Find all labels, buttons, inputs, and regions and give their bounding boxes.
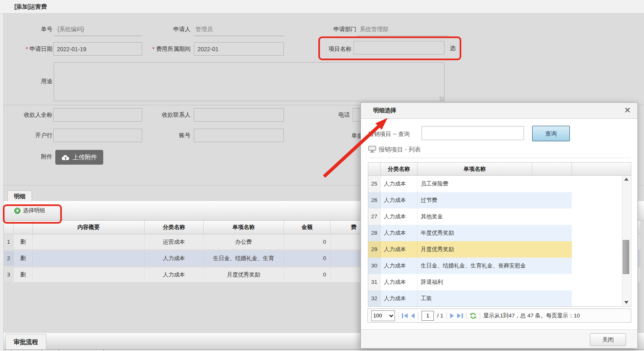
account-input[interactable] xyxy=(194,129,284,142)
grid-row[interactable]: 26 人力成本 过节费 xyxy=(368,192,572,208)
grid-row[interactable]: 28 人力成本 年度优秀奖励 xyxy=(368,225,572,241)
close-icon[interactable]: ✕ xyxy=(624,106,631,115)
required-mark: * xyxy=(152,46,154,52)
upload-attachment-label: 上传附件 xyxy=(73,154,97,161)
grid-col-rownum xyxy=(368,163,381,175)
delete-link[interactable]: 删 xyxy=(14,267,33,282)
grid-row[interactable]: 31 人力成本 辞退福利 xyxy=(368,274,572,290)
expense-period-input[interactable] xyxy=(194,42,284,56)
cell-item: 过节费 xyxy=(417,192,572,208)
cell-category: 人力成本 xyxy=(381,290,417,307)
payee-name-input[interactable] xyxy=(53,108,142,122)
cell-category: 人力成本 xyxy=(381,258,417,274)
scroll-down-icon[interactable] xyxy=(622,299,630,306)
cell-item: 办公费 xyxy=(204,235,284,249)
grid-col-extra xyxy=(532,163,572,175)
col-delete xyxy=(14,221,33,234)
pagination-bar: 100 / 1 显示从1到47，总 47 条。每页显示：10 xyxy=(367,308,631,323)
scrollbar[interactable] xyxy=(622,176,630,306)
upload-attachment-button[interactable]: 上传附件 xyxy=(55,150,103,165)
delete-link[interactable]: 删 xyxy=(14,235,33,249)
grid-row[interactable]: 30 人力成本 生日金、结婚礼金、生育礼金、丧葬安慰金 xyxy=(368,258,572,274)
select-detail-button[interactable]: 选择明细 xyxy=(14,207,45,214)
cell-category: 人力成本 xyxy=(381,241,417,258)
cell-item: 工装 xyxy=(417,290,572,307)
tab-detail[interactable]: 明细 xyxy=(7,190,32,202)
pagination-status: 显示从1到47，总 47 条。每页显示：10 xyxy=(483,312,580,319)
payee-contact-input[interactable] xyxy=(194,108,284,122)
first-page-button[interactable] xyxy=(402,313,408,318)
dialog-title: 明细选择 xyxy=(373,107,396,114)
apply-date-input[interactable] xyxy=(53,42,142,56)
close-button[interactable]: 关闭 xyxy=(590,333,626,346)
pager-separator xyxy=(418,312,418,319)
cell-category: 人力成本 xyxy=(381,208,417,225)
delete-link[interactable]: 删 xyxy=(14,251,33,266)
col-summary: 内容概要 xyxy=(33,221,145,234)
payee-name-label: 收款人全称 xyxy=(7,111,52,119)
search-input[interactable] xyxy=(422,126,524,140)
scroll-up-icon[interactable] xyxy=(622,176,630,183)
page-title: [添加]运营费 xyxy=(14,3,47,11)
pager-separator xyxy=(398,312,399,319)
left-gutter xyxy=(0,14,4,351)
project-name-input[interactable] xyxy=(354,41,444,54)
cell-item: 月度优秀奖励 xyxy=(417,241,572,258)
cell-category: 人力成本 xyxy=(381,176,417,192)
cell-amount: 0 xyxy=(284,235,331,249)
refresh-icon[interactable] xyxy=(470,313,476,319)
dialog-titlebar[interactable]: 明细选择 ✕ xyxy=(361,103,637,119)
next-page-button[interactable] xyxy=(450,313,454,318)
grid-row[interactable]: 27 人力成本 其他奖金 xyxy=(368,208,572,225)
cell-item: 生日金、结婚礼金、生育 xyxy=(204,251,284,266)
grid-col-item: 单项名称 xyxy=(417,163,532,175)
page-number-input[interactable] xyxy=(422,311,434,321)
row-number: 32 xyxy=(368,290,381,307)
cell-summary xyxy=(33,267,145,282)
row-number: 3 xyxy=(4,267,14,282)
cell-category: 人力成本 xyxy=(145,251,204,266)
department-value: 系统管理部 xyxy=(360,26,388,33)
expense-period-label: *费用所属期间 xyxy=(141,45,190,53)
cell-item: 年度优秀奖励 xyxy=(417,225,572,241)
grid-row[interactable]: 32 人力成本 工装 xyxy=(368,290,572,307)
row-number: 30 xyxy=(368,258,381,274)
page-size-select[interactable]: 100 xyxy=(371,310,395,321)
textarea-resize-handle[interactable] xyxy=(440,97,444,101)
required-mark: * xyxy=(26,46,28,52)
cell-summary xyxy=(33,235,145,249)
col-item: 单项名称 xyxy=(204,221,284,234)
pager-separator xyxy=(466,312,467,319)
row-number: 31 xyxy=(368,274,381,290)
phone-label: 电话 xyxy=(311,111,350,119)
grid-body: 25 人力成本 员工保险费 26 人力成本 过节费 27 人力成本 其他奖金 2… xyxy=(368,176,631,307)
cell-item: 辞退福利 xyxy=(417,274,572,290)
project-select-button[interactable]: 选 xyxy=(450,45,456,52)
department-underline xyxy=(358,36,449,36)
row-number: 25 xyxy=(368,176,381,192)
scrollbar-thumb[interactable] xyxy=(623,240,629,274)
query-button[interactable]: 查询 xyxy=(532,126,570,141)
tab-approval[interactable]: 审批流程 xyxy=(5,334,46,349)
prev-page-button[interactable] xyxy=(411,313,415,318)
select-detail-label: 选择明细 xyxy=(23,207,45,214)
row-number: 1 xyxy=(4,235,14,249)
row-number: 28 xyxy=(368,225,381,241)
purpose-label: 用途 xyxy=(7,78,52,85)
doc-no-underline xyxy=(54,36,142,36)
monitor-icon xyxy=(368,146,376,153)
dialog-footer: 关闭 xyxy=(361,329,637,348)
last-page-button[interactable] xyxy=(457,313,463,318)
grid-row-highlighted[interactable]: 29 人力成本 月度优秀奖励 xyxy=(368,241,572,258)
row-number: 27 xyxy=(368,208,381,225)
department-label: 申请部门 xyxy=(307,26,356,33)
applicant-label: 申请人 xyxy=(141,26,190,33)
bank-input[interactable] xyxy=(53,129,142,142)
grid-col-filler xyxy=(572,163,631,175)
plus-icon xyxy=(14,208,20,214)
bank-label: 开户行 xyxy=(7,132,52,139)
cell-summary xyxy=(33,251,145,266)
cell-category: 人力成本 xyxy=(381,192,417,208)
grid-row[interactable]: 25 人力成本 员工保险费 xyxy=(368,176,572,192)
purpose-textarea[interactable] xyxy=(54,62,444,101)
